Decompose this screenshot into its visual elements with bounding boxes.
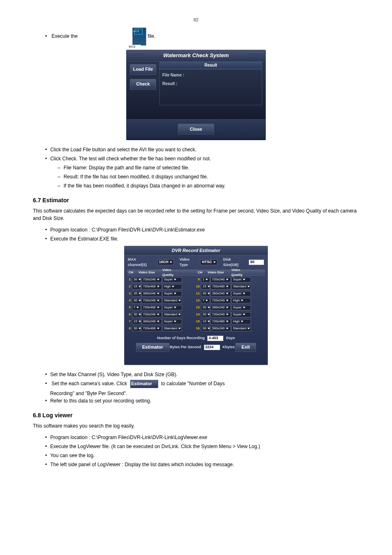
chevron-down-icon bbox=[226, 286, 228, 287]
chevron-down-icon bbox=[138, 328, 141, 329]
chevron-down-icon bbox=[157, 321, 159, 322]
est-quality-select[interactable]: Super bbox=[162, 277, 182, 282]
est-row: 5 7 720x480 Super bbox=[127, 304, 196, 311]
est-quality-select[interactable]: Super bbox=[162, 291, 182, 296]
est-size-select[interactable]: 360x240 bbox=[210, 305, 231, 310]
chevron-down-icon bbox=[157, 293, 159, 294]
est-size-select[interactable]: 720x240 bbox=[210, 298, 231, 303]
video-type-select[interactable]: NTSC bbox=[200, 259, 217, 265]
est-row: 13 30 360x240 Super bbox=[196, 304, 265, 311]
est-size-select[interactable]: 720x240 bbox=[210, 312, 231, 317]
est-size-select[interactable]: 720x480 bbox=[210, 319, 231, 324]
est-quality-select[interactable]: Super bbox=[231, 312, 251, 317]
est-size-select[interactable]: 360x240 bbox=[210, 291, 231, 296]
est-ch-num: 15 bbox=[196, 319, 201, 324]
est-row: 3 30 360x240 Super bbox=[127, 290, 196, 297]
est-fps-select[interactable]: 30 bbox=[132, 326, 141, 331]
est-fps-select[interactable]: 7 bbox=[201, 298, 210, 303]
est-size-select[interactable]: 720x240 bbox=[141, 277, 162, 282]
chevron-down-icon bbox=[178, 300, 181, 301]
estimator-window: DVR Record Estimator MAX channel(S) 16CH… bbox=[124, 246, 268, 365]
est-size-select[interactable]: 720x240 bbox=[210, 277, 231, 282]
est-fps-select[interactable]: 30 bbox=[201, 305, 210, 310]
chevron-down-icon bbox=[226, 321, 228, 322]
bullet-est-execute: Execute the Estimator.EXE file. bbox=[45, 235, 359, 243]
estimator-button[interactable]: Estimator bbox=[136, 343, 169, 352]
close-button[interactable]: Close bbox=[178, 124, 214, 134]
chevron-down-icon bbox=[243, 307, 245, 308]
est-fps-select[interactable]: 30 bbox=[201, 326, 210, 331]
est-quality-select[interactable]: Super bbox=[231, 291, 251, 296]
wcs-window: Watermark Check System Load File Check R… bbox=[126, 50, 266, 140]
est-fps-select[interactable]: 1 bbox=[201, 277, 210, 282]
bullet-est-location: Program location : C:\Program Files\DVR-… bbox=[45, 226, 359, 234]
est-quality-select[interactable]: Standard bbox=[231, 284, 251, 289]
bullet-execute-logviewer: Execute the LogViewer file. (It can be e… bbox=[45, 443, 359, 450]
chevron-down-icon bbox=[226, 328, 228, 329]
est-fps-select[interactable]: 30 bbox=[132, 291, 141, 296]
chevron-down-icon bbox=[174, 307, 176, 308]
bullet-leftside: The left side panel of LogViewer : Displ… bbox=[45, 461, 359, 468]
est-quality-select[interactable]: High bbox=[162, 284, 182, 289]
est-size-select[interactable]: 720x240 bbox=[141, 312, 162, 317]
chevron-down-icon bbox=[208, 286, 210, 287]
est-quality-select[interactable]: High bbox=[231, 319, 251, 324]
est-row: 15 15 720x480 High bbox=[196, 318, 265, 325]
est-quality-select[interactable]: Super bbox=[162, 305, 182, 310]
est-fps-select[interactable]: 30 bbox=[201, 291, 210, 296]
chevron-down-icon bbox=[174, 321, 176, 322]
estimator-button-inline[interactable]: Estimator bbox=[130, 380, 158, 388]
est-size-select[interactable]: 360x240 bbox=[210, 326, 231, 331]
est-quality-select[interactable]: Super bbox=[231, 305, 251, 310]
max-channel-select[interactable]: 16CH bbox=[157, 259, 174, 265]
est-header-row: CH Video Size Video Quality bbox=[196, 270, 265, 275]
est-quality-select[interactable]: Super bbox=[231, 277, 251, 282]
est-fps-select[interactable]: 30 bbox=[132, 298, 141, 303]
bullet-set-max: Set the Max Channel (S), Video Type, and… bbox=[45, 371, 359, 378]
chevron-down-icon bbox=[208, 328, 210, 329]
est-size-select[interactable]: 360x240 bbox=[141, 319, 162, 324]
load-file-button[interactable]: Load File bbox=[130, 64, 156, 75]
bullet-execute-wcs: Execute the WCS WCS file. bbox=[45, 28, 359, 46]
est-quality-select[interactable]: Standard bbox=[162, 326, 182, 331]
est-fps-select[interactable]: 15 bbox=[201, 284, 210, 289]
bps-value: 2224 bbox=[204, 345, 220, 350]
chevron-down-icon bbox=[205, 300, 208, 301]
est-quality-select[interactable]: Standard bbox=[162, 312, 182, 317]
est-row: 12 7 720x240 High bbox=[196, 297, 265, 304]
check-button[interactable]: Check bbox=[130, 79, 156, 90]
est-quality-select[interactable]: Standard bbox=[231, 326, 251, 331]
chevron-down-icon bbox=[157, 328, 159, 329]
max-channel-label: MAX channel(S) bbox=[128, 257, 156, 268]
est-size-select[interactable]: 720x480 bbox=[210, 284, 231, 289]
est-title: DVR Record Estimator bbox=[125, 246, 267, 255]
est-size-select[interactable]: 720x480 bbox=[141, 326, 162, 331]
est-quality-select[interactable]: High bbox=[231, 298, 251, 303]
chevron-down-icon bbox=[241, 300, 243, 301]
est-ch-num: 12 bbox=[196, 298, 201, 303]
est-fps-select[interactable]: 30 bbox=[201, 312, 210, 317]
est-fps-select[interactable]: 7 bbox=[132, 305, 141, 310]
est-size-select[interactable]: 720x480 bbox=[141, 284, 162, 289]
text-prefix: Set the each camera's value. Click bbox=[52, 381, 129, 386]
chevron-down-icon bbox=[226, 307, 228, 308]
est-quality-select[interactable]: Super bbox=[162, 319, 182, 324]
disk-size-input[interactable]: 80 bbox=[249, 259, 264, 265]
hdr-ch: CH bbox=[127, 270, 138, 275]
est-quality-select[interactable]: Standard bbox=[162, 298, 182, 303]
est-ch-num: 13 bbox=[196, 305, 201, 310]
est-size-select[interactable]: 720x240 bbox=[141, 298, 162, 303]
est-fps-select[interactable]: 30 bbox=[132, 312, 141, 317]
est-size-select[interactable]: 360x240 bbox=[141, 291, 162, 296]
est-size-select[interactable]: 720x480 bbox=[141, 305, 162, 310]
chevron-down-icon bbox=[138, 300, 141, 301]
est-right-column: CH Video Size Video Quality 9 1 720x240 … bbox=[196, 270, 265, 332]
est-fps-select[interactable]: 15 bbox=[132, 284, 141, 289]
chevron-down-icon bbox=[208, 321, 210, 322]
exit-button[interactable]: Exit bbox=[235, 343, 256, 352]
est-fps-select[interactable]: 15 bbox=[201, 319, 210, 324]
chevron-down-icon bbox=[170, 261, 172, 263]
est-fps-select[interactable]: 30 bbox=[132, 277, 141, 282]
dash-result-bad: If the file has been modified, it displa… bbox=[58, 182, 359, 190]
est-fps-select[interactable]: 15 bbox=[132, 319, 141, 324]
